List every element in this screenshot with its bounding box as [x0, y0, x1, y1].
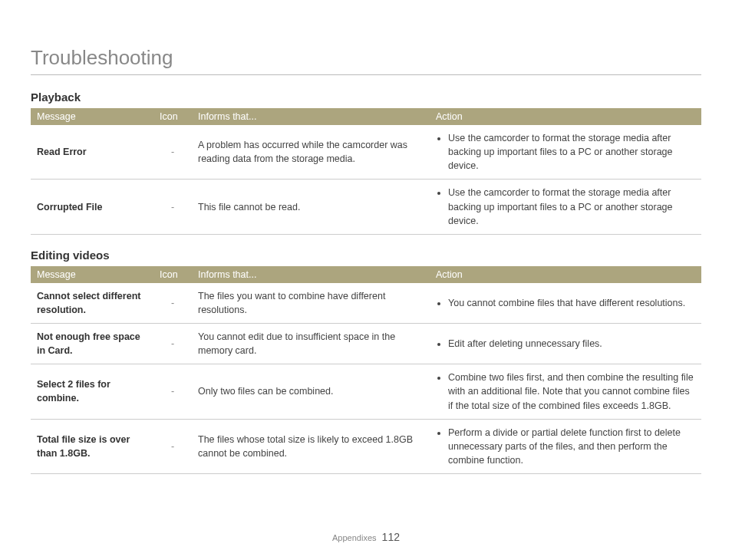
- cell-message: Corrupted File: [31, 180, 153, 234]
- cell-informs: The files whose total size is likely to …: [192, 419, 430, 473]
- action-item: Edit after deleting unnecessary files.: [448, 337, 695, 351]
- footer-page-number: 112: [382, 531, 400, 543]
- action-item: You cannot combine files that have diffe…: [448, 296, 695, 310]
- footer-label: Appendixes: [332, 533, 377, 542]
- cell-message: Total file size is over than 1.8GB.: [31, 419, 153, 473]
- cell-informs: Only two files can be combined.: [192, 364, 430, 419]
- section-title: Editing videos: [31, 249, 701, 262]
- header-icon: Icon: [153, 108, 192, 125]
- cell-icon: -: [153, 419, 192, 473]
- action-item: Use the camcorder to format the storage …: [448, 131, 695, 173]
- table-row: Corrupted File-This file cannot be read.…: [31, 180, 701, 234]
- cell-action: Edit after deleting unnecessary files.: [430, 324, 701, 364]
- action-item: Use the camcorder to format the storage …: [448, 186, 695, 227]
- cell-icon: -: [153, 324, 192, 364]
- cell-message: Select 2 files for combine.: [31, 364, 153, 419]
- table-row: Select 2 files for combine.-Only two fil…: [31, 364, 701, 419]
- table-row: Not enough free space in Card.-You canno…: [31, 324, 701, 364]
- cell-message: Cannot select different resolution.: [31, 283, 153, 324]
- cell-informs: A problem has occurred while the camcord…: [192, 125, 430, 180]
- cell-message: Read Error: [31, 125, 153, 180]
- cell-icon: -: [153, 364, 192, 419]
- header-action: Action: [430, 266, 701, 283]
- page-footer: Appendixes 112: [0, 531, 732, 543]
- table-row: Total file size is over than 1.8GB.-The …: [31, 419, 701, 473]
- header-action: Action: [430, 108, 701, 125]
- table-row: Cannot select different resolution.-The …: [31, 283, 701, 324]
- cell-informs: The files you want to combine have diffe…: [192, 283, 430, 324]
- action-item: Combine two files first, and then combin…: [448, 371, 695, 412]
- cell-action: Use the camcorder to format the storage …: [430, 125, 701, 180]
- page-title: Troubleshooting: [31, 46, 701, 75]
- troubleshooting-table: MessageIconInforms that...ActionCannot s…: [31, 266, 701, 474]
- cell-icon: -: [153, 283, 192, 324]
- header-informs: Informs that...: [192, 266, 430, 283]
- troubleshooting-table: MessageIconInforms that...ActionRead Err…: [31, 108, 701, 235]
- header-message: Message: [31, 108, 153, 125]
- cell-informs: You cannot edit due to insufficient spac…: [192, 324, 430, 364]
- cell-icon: -: [153, 180, 192, 234]
- cell-action: Perform a divide or partial delete funct…: [430, 419, 701, 473]
- table-row: Read Error-A problem has occurred while …: [31, 125, 701, 180]
- cell-action: Use the camcorder to format the storage …: [430, 180, 701, 234]
- header-icon: Icon: [153, 266, 192, 283]
- header-informs: Informs that...: [192, 108, 430, 125]
- action-item: Perform a divide or partial delete funct…: [448, 426, 695, 467]
- section-title: Playback: [31, 91, 701, 104]
- cell-icon: -: [153, 125, 192, 180]
- cell-action: You cannot combine files that have diffe…: [430, 283, 701, 324]
- cell-message: Not enough free space in Card.: [31, 324, 153, 364]
- cell-informs: This file cannot be read.: [192, 180, 430, 234]
- header-message: Message: [31, 266, 153, 283]
- cell-action: Combine two files first, and then combin…: [430, 364, 701, 419]
